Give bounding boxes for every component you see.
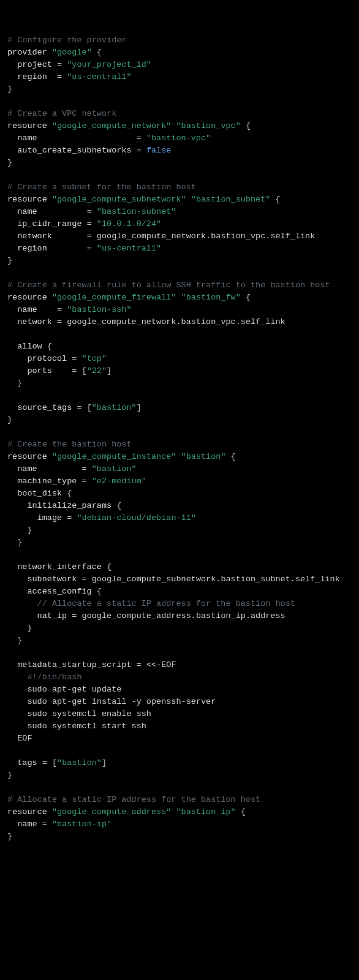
string: "bastion-ip" xyxy=(52,820,111,829)
keyword-resource: resource xyxy=(7,452,47,461)
reference: google_compute_network.bastion_vpc.self_… xyxy=(97,232,315,241)
reference: google_compute_subnetwork.bastion_subnet… xyxy=(92,575,340,584)
ident: machine_type xyxy=(17,477,77,486)
boolean-false: false xyxy=(146,146,172,155)
ident: ip_cidr_range xyxy=(17,219,81,228)
string: "google_compute_subnetwork" xyxy=(52,195,186,204)
shebang: #!/bin/bash xyxy=(27,673,81,682)
keyword-resource: resource xyxy=(7,195,47,204)
ident: name xyxy=(17,305,37,314)
ident: network_interface xyxy=(17,562,102,571)
string: "us-central1" xyxy=(67,72,131,81)
string: "us-central1" xyxy=(97,244,161,253)
comment: # Create a firewall rule to allow SSH tr… xyxy=(7,281,330,290)
string: "your_project_id" xyxy=(67,60,151,69)
ident: name xyxy=(17,464,37,473)
string: "google_compute_firewall" xyxy=(52,293,176,302)
ident: auto_create_subnetworks xyxy=(17,146,131,155)
keyword-resource: resource xyxy=(7,293,47,302)
string: "google_compute_address" xyxy=(52,807,171,816)
comment: // Allocate a static IP address for the … xyxy=(37,599,295,608)
shell-line: sudo apt-get install -y openssh-server xyxy=(27,697,216,706)
string: "bastion_ip" xyxy=(176,807,235,816)
keyword-resource: resource xyxy=(7,807,47,816)
ident: project xyxy=(17,60,52,69)
ident: region xyxy=(17,244,47,253)
string: "e2-medium" xyxy=(92,477,146,486)
string: "google_compute_network" xyxy=(52,121,171,130)
comment: # Create a VPC network xyxy=(7,109,116,118)
ident: protocol xyxy=(27,354,67,363)
ident: ports xyxy=(27,366,52,375)
shell-line: sudo apt-get update xyxy=(27,685,121,694)
ident: region xyxy=(17,72,47,81)
string: "bastion" xyxy=(92,403,137,412)
keyword-resource: resource xyxy=(7,121,47,130)
shell-line: sudo systemctl start ssh xyxy=(27,722,146,731)
string: "bastion" xyxy=(92,464,137,473)
comment: # Create a subnet for the bastion host xyxy=(7,183,196,192)
comment: # Allocate a static IP address for the b… xyxy=(7,795,260,804)
string: "tcp" xyxy=(82,354,107,363)
reference: google_compute_address.bastion_ip.addres… xyxy=(82,611,285,620)
comment: # Create the bastion host xyxy=(7,440,132,449)
string: "bastion_fw" xyxy=(181,293,241,302)
string: "bastion-vpc" xyxy=(146,134,211,143)
string: "bastion-ssh" xyxy=(67,305,131,314)
ident: name xyxy=(17,207,37,216)
string: "bastion_vpc" xyxy=(176,121,240,130)
reference: google_compute_network.bastion_vpc.self_… xyxy=(67,317,285,326)
ident: initialize_params xyxy=(27,501,111,510)
heredoc-start: <<-EOF xyxy=(146,660,176,669)
string: "10.0.1.0/24" xyxy=(97,219,161,228)
ident: access_config xyxy=(27,587,91,596)
ident: name xyxy=(17,820,37,829)
ident: allow xyxy=(17,342,42,351)
string: "22" xyxy=(87,366,107,375)
ident: subnetwork xyxy=(27,575,77,584)
string: "google_compute_instance" xyxy=(52,452,176,461)
keyword-provider: provider xyxy=(7,48,47,57)
string: "google" xyxy=(52,48,92,57)
heredoc-end: EOF xyxy=(17,734,32,743)
ident: source_tags xyxy=(17,403,72,412)
ident: network xyxy=(17,232,52,241)
ident: name xyxy=(17,134,37,143)
string: "bastion" xyxy=(181,452,226,461)
ident: metadata_startup_script xyxy=(17,660,131,669)
ident: tags xyxy=(17,758,37,767)
string: "bastion-subnet" xyxy=(97,207,176,216)
code-block: # Configure the provider provider "googl… xyxy=(7,34,352,843)
ident: image xyxy=(37,513,62,522)
shell-line: sudo systemctl enable ssh xyxy=(27,709,151,718)
comment: # Configure the provider xyxy=(7,36,126,45)
ident: nat_ip xyxy=(37,611,67,620)
ident: network xyxy=(17,317,52,326)
ident: boot_disk xyxy=(17,489,62,498)
string: "bastion" xyxy=(57,758,102,767)
string: "debian-cloud/debian-11" xyxy=(77,513,195,522)
string: "bastion_subnet" xyxy=(191,195,271,204)
